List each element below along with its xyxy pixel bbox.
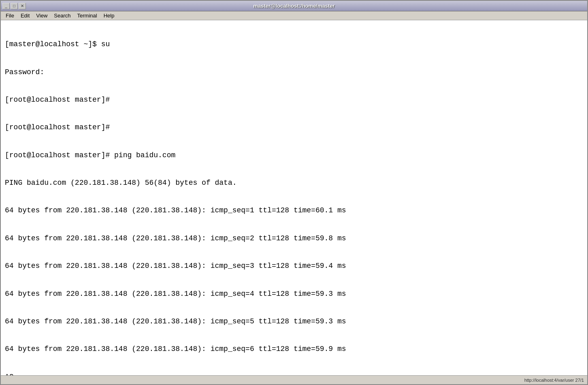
- menu-bar: File Edit View Search Terminal Help: [1, 11, 587, 20]
- menu-help[interactable]: Help: [100, 12, 118, 19]
- terminal-line-8: 64 bytes from 220.181.38.148 (220.181.38…: [5, 262, 346, 270]
- title-bar: _ □ ✕ master@localhost:/home/master: [1, 1, 587, 11]
- terminal-line-7: 64 bytes from 220.181.38.148 (220.181.38…: [5, 234, 346, 242]
- menu-edit[interactable]: Edit: [17, 12, 33, 19]
- menu-terminal[interactable]: Terminal: [74, 12, 100, 19]
- close-button[interactable]: ✕: [19, 3, 26, 9]
- terminal-line-10: 64 bytes from 220.181.38.148 (220.181.38…: [5, 317, 346, 325]
- maximize-button[interactable]: □: [11, 3, 18, 9]
- terminal-line-9: 64 bytes from 220.181.38.148 (220.181.38…: [5, 290, 346, 298]
- terminal-line-2: [root@localhost master]#: [5, 96, 110, 104]
- status-text: http://localhost:4/var/user 27/1: [524, 378, 584, 383]
- menu-search[interactable]: Search: [51, 12, 74, 19]
- terminal-line-3: [root@localhost master]#: [5, 123, 110, 131]
- window-controls[interactable]: _ □ ✕: [2, 3, 26, 9]
- minimize-button[interactable]: _: [2, 3, 10, 9]
- terminal-line-6: 64 bytes from 220.181.38.148 (220.181.38…: [5, 206, 346, 214]
- terminal-output[interactable]: [master@localhost ~]$ su Password: [root…: [1, 20, 587, 375]
- terminal-line-11: 64 bytes from 220.181.38.148 (220.181.38…: [5, 345, 346, 353]
- menu-view[interactable]: View: [33, 12, 51, 19]
- terminal-line-0: [master@localhost ~]$ su: [5, 40, 110, 48]
- menu-file[interactable]: File: [2, 12, 17, 19]
- status-bar: http://localhost:4/var/user 27/1: [1, 375, 587, 384]
- terminal-line-4: [root@localhost master]# ping baidu.com: [5, 151, 175, 159]
- terminal-window: _ □ ✕ master@localhost:/home/master File…: [0, 0, 588, 385]
- terminal-line-5: PING baidu.com (220.181.38.148) 56(84) b…: [5, 179, 237, 187]
- terminal-line-1: Password:: [5, 68, 44, 76]
- window-title: master@localhost:/home/master: [26, 3, 562, 9]
